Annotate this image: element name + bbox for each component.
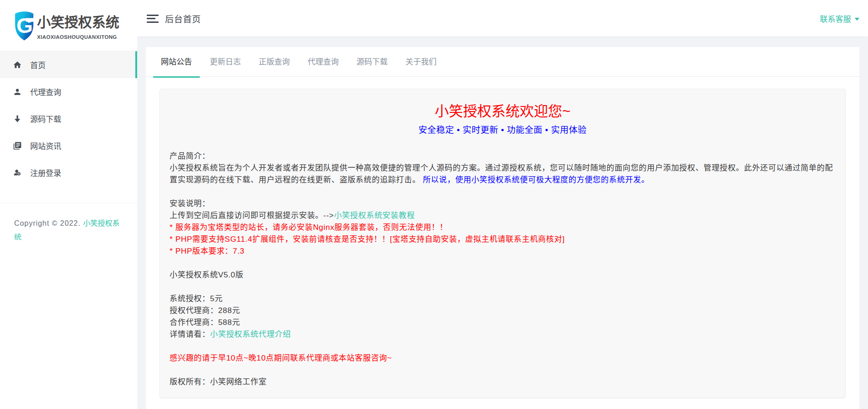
svg-text:G: G: [16, 14, 33, 37]
